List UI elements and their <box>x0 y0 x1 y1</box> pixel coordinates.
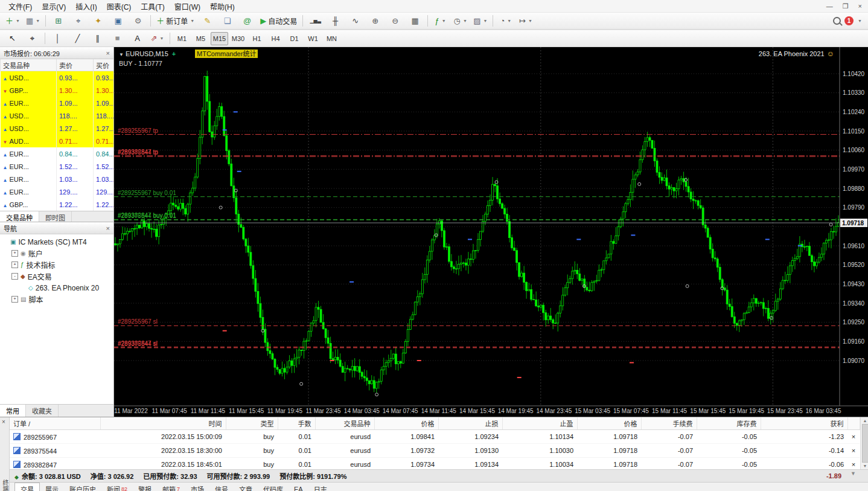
channel-icon[interactable]: ∥ <box>88 31 107 46</box>
close-order-icon[interactable]: × <box>847 444 860 458</box>
autotrading-button[interactable]: ▶自动交易 <box>257 13 300 28</box>
minimize-icon[interactable]: — <box>826 2 833 10</box>
market-watch-col-1[interactable]: 交易品种 <box>1 59 57 71</box>
collapse-icon[interactable]: - <box>11 273 18 280</box>
tile-windows-icon[interactable]: ▦ <box>405 13 425 28</box>
market-watch-row[interactable]: ▼GBP...1.30...1.30... <box>1 84 114 97</box>
templates-icon[interactable]: ▨▼ <box>470 13 490 28</box>
clock-icon[interactable]: ◔▼ <box>496 13 515 28</box>
terminal-tab-展示[interactable]: 展示 <box>40 483 64 491</box>
market-watch-col-3[interactable]: 买价 <box>94 59 114 71</box>
close-icon[interactable]: × <box>858 2 862 10</box>
zoom-out-icon[interactable]: ⊖ <box>385 13 405 28</box>
market-watch-icon[interactable]: ⊞ <box>48 13 68 28</box>
terminal-scrollbar[interactable]: ▲ ▼ <box>860 417 868 469</box>
menu-item-4[interactable]: 图表(C) <box>102 2 136 12</box>
tab-交易品种[interactable]: 交易品种 <box>0 211 39 222</box>
vline-icon[interactable]: │ <box>48 31 68 46</box>
ea-stats-badge[interactable]: MTCommander统计 <box>195 50 258 58</box>
timeframe-h4[interactable]: H4 <box>267 32 284 45</box>
timeframe-m15[interactable]: M15 <box>211 32 228 45</box>
close-icon[interactable]: × <box>106 225 110 232</box>
zoom-in-icon[interactable]: ⊕ <box>365 13 385 28</box>
menu-item-3[interactable]: 插入(I) <box>71 2 101 12</box>
tab-收藏夹[interactable]: 收藏夹 <box>26 405 59 417</box>
timeframe-m30[interactable]: M30 <box>229 32 247 45</box>
market-watch-row[interactable]: ▲EUR...1.52...1.52... <box>1 160 114 173</box>
terminal-tab-代码库[interactable]: 代码库 <box>258 483 289 491</box>
market-watch-row[interactable]: ▲USD...1.27...1.27... <box>1 122 114 135</box>
tab-即时图[interactable]: 即时图 <box>39 211 72 222</box>
tab-常用[interactable]: 常用 <box>0 405 26 417</box>
price-chart[interactable]: #289255967 tp#289382847 tp#289375544 tp#… <box>114 47 868 417</box>
orders-col-6[interactable]: 价格 <box>374 417 438 430</box>
terminal-icon[interactable]: ▣ <box>108 13 128 28</box>
timeframe-m5[interactable]: M5 <box>192 32 209 45</box>
scroll-up-icon[interactable]: ▲ <box>863 419 867 423</box>
tree-item[interactable]: ▣IC Markets (SC) MT4 <box>0 236 113 248</box>
market-watch-row[interactable]: ▼AUD...0.71...0.71... <box>1 135 114 147</box>
chevron-down-icon[interactable]: ▼ <box>119 52 124 57</box>
maximize-icon[interactable]: ❐ <box>843 2 849 10</box>
tree-item[interactable]: ◇263. EA Phoenix 20 <box>0 282 113 294</box>
terminal-tab-日志[interactable]: 日志 <box>308 483 333 491</box>
scroll-thumb[interactable] <box>862 424 868 463</box>
terminal-tab-账户历史[interactable]: 账户历史 <box>64 483 101 491</box>
arrows-icon[interactable]: ⇗▼ <box>147 31 167 46</box>
ea-smiley-icon[interactable]: ☺ <box>827 50 834 58</box>
cursor-icon[interactable]: ↖ <box>2 31 22 46</box>
close-icon[interactable]: × <box>106 50 110 57</box>
fibonacci-icon[interactable]: ≡ <box>107 31 127 46</box>
terminal-tab-交易[interactable]: 交易 <box>14 483 40 491</box>
orders-col-1[interactable]: 订单 / <box>10 417 100 430</box>
chevron-down-icon[interactable]: ▼ <box>858 19 862 23</box>
tree-item[interactable]: +ƒ技术指标 <box>0 259 113 271</box>
orders-col-2[interactable]: 时间 <box>100 417 226 430</box>
timeframe-mn[interactable]: MN <box>323 32 340 45</box>
new-order-button[interactable]: ＋新订单▼ <box>153 13 197 28</box>
market-watch-row[interactable]: ▲USD...0.93...0.93... <box>1 71 114 85</box>
menu-item-2[interactable]: 显示(V) <box>37 2 71 12</box>
close-order-icon[interactable]: × <box>847 430 860 444</box>
menu-item-5[interactable]: 工具(T) <box>136 2 169 12</box>
search-icon[interactable] <box>833 17 841 25</box>
chart-area[interactable]: #289255967 tp#289382847 tp#289375544 tp#… <box>114 47 868 417</box>
terminal-tab-EA[interactable]: EA <box>289 483 308 491</box>
tree-item[interactable]: -◆EA交易 <box>0 271 113 282</box>
market-watch-row[interactable]: ▲USD...118....118.... <box>1 109 114 122</box>
timeframe-d1[interactable]: D1 <box>286 32 303 45</box>
timeframe-h1[interactable]: H1 <box>248 32 266 45</box>
order-row[interactable]: 2893755442022.03.15 18:30:00buy0.01eurus… <box>10 444 860 458</box>
line-chart-icon[interactable]: ∿ <box>345 13 365 28</box>
orders-col-8[interactable]: 止盈 <box>502 417 577 430</box>
trendline-icon[interactable]: ╱ <box>68 31 88 46</box>
orders-col-3[interactable]: 类型 <box>226 417 278 430</box>
strategy-tester-icon[interactable]: ⚙ <box>128 13 148 28</box>
new-chart-icon[interactable]: ＋▼ <box>2 13 23 28</box>
chart-plus-icon[interactable]: + <box>172 50 176 57</box>
terminal-tab-警报[interactable]: 警报 <box>133 483 157 491</box>
menu-item-7[interactable]: 帮助(H) <box>205 2 240 12</box>
market-watch-row[interactable]: ▲EUR...129....129.... <box>1 185 114 198</box>
timeframe-m1[interactable]: M1 <box>173 32 191 45</box>
text-icon[interactable]: A <box>127 31 147 46</box>
terminal-close-icon[interactable]: × <box>2 419 5 425</box>
market-watch-row[interactable]: ▲GBP...1.22...1.22... <box>1 198 114 211</box>
notification-badge[interactable]: 1 <box>844 16 854 25</box>
orders-col-12[interactable]: 获利 <box>761 417 847 430</box>
expand-icon[interactable]: + <box>11 262 18 268</box>
terminal-tab-文章[interactable]: 文章 <box>234 483 258 491</box>
crosshair-icon[interactable]: ⌖ <box>22 31 42 46</box>
menu-item-1[interactable]: 文件(F) <box>4 2 37 12</box>
print-icon[interactable]: ❏ <box>217 13 237 28</box>
terminal-tab-市场[interactable]: 市场 <box>185 483 209 491</box>
tree-item[interactable]: +▤脚本 <box>0 294 113 305</box>
profiles-icon[interactable]: ▦▼ <box>23 13 43 28</box>
data-window-icon[interactable]: ⌖ <box>68 13 88 28</box>
market-watch-row[interactable]: ▲EUR...0.84...0.84... <box>1 147 114 160</box>
orders-col-7[interactable]: 止损 <box>438 417 502 430</box>
orders-col-5[interactable]: 交易品种 <box>315 417 374 430</box>
market-watch-row[interactable]: ▲EUR...1.03...1.03... <box>1 173 114 185</box>
terminal-tab-新闻[interactable]: 新闻82 <box>101 483 133 491</box>
terminal-tab-邮箱[interactable]: 邮箱7 <box>157 483 185 491</box>
